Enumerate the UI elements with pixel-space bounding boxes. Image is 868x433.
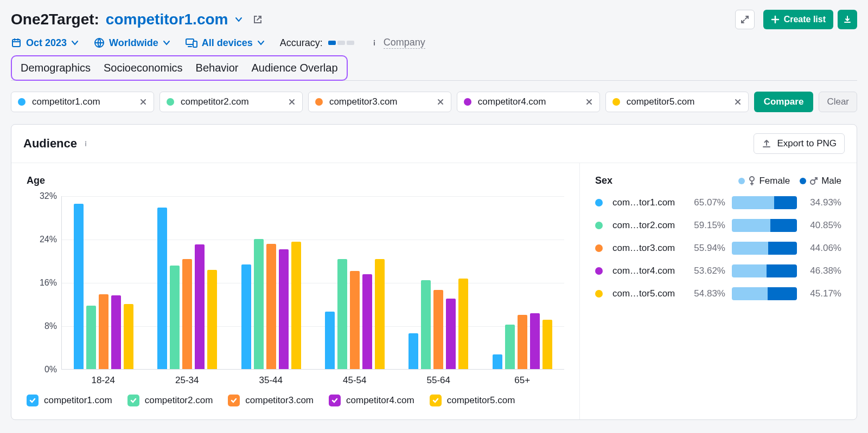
competitor-chip[interactable]: competitor5.com — [605, 92, 749, 112]
svg-point-6 — [750, 177, 754, 181]
color-dot — [612, 98, 620, 106]
download-button[interactable] — [838, 10, 857, 29]
y-tick: 16% — [40, 278, 57, 288]
color-dot — [595, 199, 603, 206]
competitor-name: com…tor1.com — [612, 197, 681, 208]
bar — [325, 312, 335, 369]
bar — [337, 259, 347, 369]
x-tick: 55-64 — [397, 375, 481, 386]
device-filter-label: All devices — [202, 37, 253, 49]
sex-row: com…tor4.com 53.62% 46.38% — [595, 264, 841, 277]
competitor-chip[interactable]: competitor1.com — [11, 92, 154, 112]
export-label: Export to PNG — [777, 138, 837, 149]
bar — [241, 264, 251, 369]
info-icon[interactable] — [81, 139, 90, 148]
chip-label: competitor5.com — [627, 96, 727, 107]
company-info[interactable]: Company — [369, 37, 425, 49]
chevron-down-icon — [163, 39, 170, 47]
checkbox-icon — [329, 395, 341, 406]
sex-bar — [732, 219, 797, 232]
close-icon[interactable] — [585, 98, 593, 106]
tab-audience-overlap[interactable]: Audience Overlap — [252, 62, 338, 74]
close-icon[interactable] — [734, 98, 742, 106]
bar — [458, 279, 468, 369]
legend-label: competitor2.com — [145, 395, 213, 406]
date-filter[interactable]: Oct 2023 — [11, 37, 79, 49]
female-pct: 54.83% — [687, 288, 725, 299]
chevron-down-icon[interactable] — [234, 15, 243, 24]
svg-point-4 — [374, 40, 375, 41]
sex-title: Sex — [595, 175, 612, 186]
competitor-chip[interactable]: competitor3.com — [308, 92, 451, 112]
bar-group — [145, 196, 229, 369]
bar — [505, 325, 515, 369]
legend-label: competitor3.com — [245, 395, 314, 406]
bar — [433, 290, 443, 369]
create-list-button[interactable]: Create list — [763, 10, 833, 29]
bar — [170, 266, 180, 369]
age-title: Age — [27, 175, 564, 186]
audience-panel: Audience Export to PNG Age 0%8%16%24%32%… — [11, 124, 857, 420]
legend-item[interactable]: competitor4.com — [329, 395, 414, 406]
bar — [74, 204, 84, 369]
svg-rect-3 — [193, 41, 197, 47]
device-filter[interactable]: All devices — [186, 37, 265, 49]
legend-label: competitor5.com — [447, 395, 515, 406]
domain-link[interactable]: competitor1.com — [106, 11, 228, 28]
tabs: Demographics Socioeconomics Behavior Aud… — [11, 55, 857, 81]
female-pct: 65.07% — [687, 197, 725, 208]
compare-button[interactable]: Compare — [754, 92, 814, 112]
tab-demographics[interactable]: Demographics — [21, 62, 91, 74]
chip-label: competitor4.com — [478, 96, 579, 107]
female-pct: 59.15% — [687, 220, 725, 231]
y-tick: 24% — [40, 235, 57, 244]
competitor-chip[interactable]: competitor2.com — [159, 92, 303, 112]
bar — [409, 333, 418, 369]
close-icon[interactable] — [288, 98, 296, 106]
tab-socioeconomics[interactable]: Socioeconomics — [104, 62, 183, 74]
create-list-label: Create list — [784, 15, 826, 24]
bar — [86, 306, 96, 369]
legend-item[interactable]: competitor5.com — [430, 395, 515, 406]
color-dot — [595, 244, 603, 252]
color-dot — [595, 267, 603, 275]
page-title: One2Target: — [11, 11, 99, 28]
bar — [542, 320, 552, 369]
male-pct: 34.93% — [803, 197, 841, 208]
legend-item[interactable]: competitor1.com — [27, 395, 112, 406]
bar — [375, 259, 385, 369]
color-dot — [595, 222, 603, 229]
x-tick: 18-24 — [61, 375, 145, 386]
legend-item[interactable]: competitor3.com — [228, 395, 314, 406]
tab-behavior[interactable]: Behavior — [196, 62, 239, 74]
tabs-highlight: Demographics Socioeconomics Behavior Aud… — [11, 55, 348, 81]
female-pct: 53.62% — [687, 266, 725, 276]
region-filter[interactable]: Worldwide — [94, 37, 170, 49]
external-link-icon[interactable] — [253, 15, 263, 24]
close-icon[interactable] — [437, 98, 444, 106]
sex-row: com…tor5.com 54.83% 45.17% — [595, 287, 841, 300]
export-png-button[interactable]: Export to PNG — [754, 133, 845, 154]
bar — [195, 244, 205, 369]
bar — [421, 280, 431, 369]
close-icon[interactable] — [139, 98, 147, 106]
sex-bar — [732, 264, 797, 277]
accuracy-label: Accuracy: — [280, 37, 323, 49]
expand-button[interactable] — [735, 10, 755, 29]
bar-group — [229, 196, 313, 369]
checkbox-icon — [228, 395, 240, 406]
sex-legend: Female Male — [738, 176, 841, 186]
male-pct: 46.38% — [803, 266, 841, 276]
legend-item[interactable]: competitor2.com — [127, 395, 213, 406]
competitor-name: com…tor3.com — [612, 243, 681, 254]
legend-label: competitor4.com — [346, 395, 414, 406]
chart-legend: competitor1.comcompetitor2.comcompetitor… — [27, 395, 564, 406]
color-dot — [595, 290, 603, 298]
legend-label: competitor1.com — [44, 395, 112, 406]
sex-bar — [732, 287, 797, 300]
competitor-chip[interactable]: competitor4.com — [457, 92, 600, 112]
date-filter-label: Oct 2023 — [26, 37, 67, 49]
competitor-name: com…tor2.com — [612, 220, 681, 231]
clear-button[interactable]: Clear — [819, 92, 857, 112]
bar — [279, 249, 289, 369]
